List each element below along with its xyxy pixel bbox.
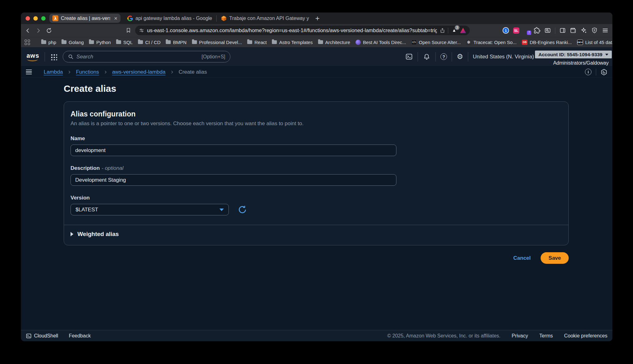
name-input[interactable] [71,145,396,156]
back-icon[interactable] [25,27,31,34]
wallet-icon[interactable] [570,27,577,34]
bookmark-item[interactable]: BMPN [166,40,186,45]
search-shortcut: [Option+S] [202,54,225,60]
folder-icon [89,40,94,44]
feedback-button[interactable]: Feedback [69,333,91,339]
bookmark-item[interactable]: Astro Templates [272,40,312,45]
region-label: United States (N. Virginia) [473,54,534,60]
aws-console-header: aws Search [Option+S] ? ⚙ United States … [21,47,612,66]
tab-api-gateway-docs[interactable]: Trabaje con Amazon API Gateway y [218,14,312,23]
version-select[interactable]: $LATEST [71,204,229,215]
info-icon[interactable]: i [585,69,591,75]
side-nav-menu-icon[interactable] [26,70,32,74]
cloudshell-footer-button[interactable]: CloudShell [26,333,58,339]
search-pages-icon[interactable] [544,27,551,34]
chevron-down-icon [605,54,608,56]
bookmark-item[interactable]: </>Open Source Alter... [411,40,461,45]
cookie-preferences-link[interactable]: Cookie preferences [564,333,607,339]
close-window-button[interactable] [26,16,30,21]
tab-divider [216,15,217,22]
bookmark-item[interactable]: Golang [61,40,84,45]
extension-badge: 7 [527,31,531,35]
tab-title: api gateway lambda alias - Google [135,16,212,21]
brave-rewards-icon[interactable] [460,28,466,33]
vpn-shield-icon[interactable] [591,27,598,34]
bookmark-item[interactable]: php [41,40,56,45]
region-selector[interactable]: United States (N. Virginia) [473,54,541,60]
bookmark-item[interactable]: Architecture [318,40,350,45]
divider [448,28,448,33]
account-id-tooltip[interactable]: Account ID: 5545-1094-9339 [535,51,612,58]
terms-link[interactable]: Terms [539,333,553,339]
help-icon[interactable]: ? [440,53,447,60]
form-actions: Cancel Save [64,252,569,264]
bookmark-item[interactable]: Tracecat: Open So... [466,40,517,45]
services-grid-icon[interactable] [50,53,57,60]
reload-icon[interactable] [46,27,52,34]
bookmark-item[interactable]: DEVList of 45 databas... [577,40,612,45]
bookmark-item[interactable]: Python [89,40,111,45]
settings-gear-icon[interactable]: ⚙ [457,53,463,60]
bookmark-label: DB-Engines Ranki... [530,40,572,45]
new-tab-button[interactable]: + [315,14,320,23]
chevron-right-icon [67,70,71,74]
privacy-link[interactable]: Privacy [512,333,528,339]
aws-logo[interactable]: aws [27,52,39,61]
onepassword-extension-icon[interactable]: 1 [503,27,509,34]
refresh-versions-button[interactable] [237,204,248,215]
dev-icon: DEV [577,40,583,45]
breadcrumb-function-name[interactable]: aws-versioned-lambda [112,69,165,75]
shield-lion [453,29,455,32]
console-footer: CloudShell Feedback © 2025, Amazon Web S… [21,330,612,341]
breadcrumb-lambda[interactable]: Lambda [44,69,63,75]
window-controls [26,16,46,21]
apps-icon[interactable] [25,40,30,45]
folder-icon [247,40,252,44]
forward-icon[interactable] [35,27,42,34]
asterisk-icon [466,40,471,45]
version-label: Version [71,195,562,201]
extensions-puzzle-icon[interactable] [534,27,540,34]
bookmark-item[interactable]: DBDB-Engines Ranki... [522,40,572,45]
description-input[interactable] [71,174,396,186]
minimize-window-button[interactable] [33,16,38,21]
address-bar[interactable]: us-east-1.console.aws.amazon.com/lambda/… [135,26,470,35]
leo-ai-sparkle-icon[interactable] [581,27,587,34]
folder-icon [272,40,277,44]
bookmark-item[interactable]: Best AI Tools Direc... [356,40,406,45]
divider [452,52,452,61]
maximize-window-button[interactable] [41,16,46,21]
console-search-input[interactable]: Search [Option+S] [63,51,230,62]
tab-create-alias[interactable]: λ Create alias | aws-versioned-la × [49,14,120,23]
bookmarks-icon[interactable] [126,27,131,33]
simplelogin-extension-icon[interactable]: SL [513,27,519,34]
amazon-q-icon[interactable] [601,69,607,76]
cancel-button[interactable]: Cancel [513,255,531,261]
url-text: us-east-1.console.aws.amazon.com/lambda/… [147,27,437,33]
account-id-text: Account ID: 5545-1094-9339 [538,52,602,57]
name-label: Name [71,135,562,142]
bookmark-label: Golang [69,40,84,45]
bookmark-item[interactable]: Professional Devel... [192,40,242,45]
notifications-bell-icon[interactable] [423,53,431,60]
tab-title: Create alias | aws-versioned-la [61,16,110,21]
cloudshell-icon[interactable] [405,53,413,60]
breadcrumb-functions[interactable]: Functions [76,69,99,75]
site-settings-icon[interactable] [139,28,144,33]
bookmark-item[interactable]: CI / CD [138,40,160,45]
bookmark-item[interactable]: React [247,40,267,45]
brave-shield-icon[interactable]: 3 [451,27,457,34]
tab-google-search[interactable]: api gateway lambda alias - Google [124,14,215,23]
account-user-label[interactable]: Administrators/Galdoway [553,60,609,66]
api-gateway-favicon [221,16,227,21]
close-tab-icon[interactable]: × [114,16,117,21]
search-icon [68,54,74,60]
menu-icon[interactable] [602,27,609,34]
purple-extension-icon[interactable]: 7 [523,27,530,34]
bookmark-label: CI / CD [145,40,160,45]
weighted-alias-expander[interactable]: Weighted alias [64,225,568,245]
save-button[interactable]: Save [541,252,569,264]
share-icon[interactable] [440,27,445,33]
bookmark-item[interactable]: SQL [116,40,133,45]
sidebar-icon[interactable] [559,27,566,34]
